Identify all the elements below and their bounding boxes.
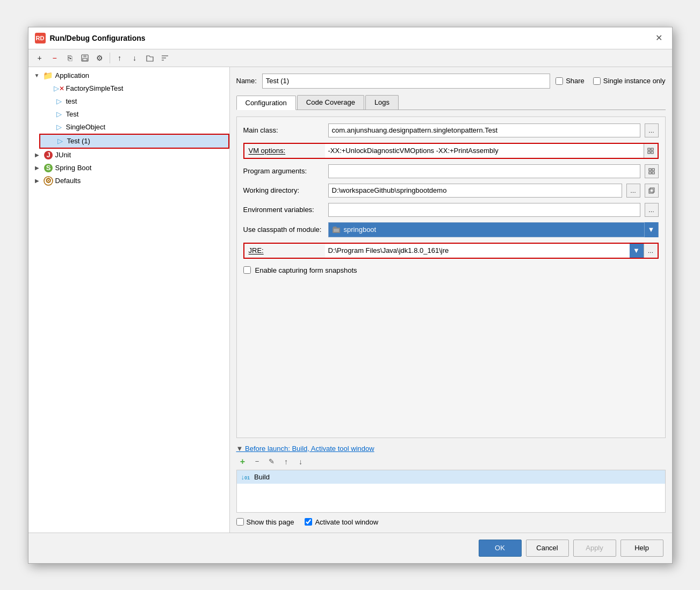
single-instance-label: Single instance only xyxy=(603,77,666,85)
share-checkbox-label: Share xyxy=(555,77,584,85)
close-button[interactable]: ✕ xyxy=(653,32,666,45)
main-class-label: Main class: xyxy=(243,126,324,134)
test-upper-label: Test xyxy=(66,110,225,118)
expand-springboot[interactable]: ▶ xyxy=(33,164,41,172)
main-content: ▼ 📁 Application ▷ ✕ FactorySimpleTest ▷ xyxy=(28,67,672,533)
activate-window-text: Activate tool window xyxy=(315,518,378,526)
tab-configuration[interactable]: Configuration xyxy=(236,96,296,110)
sidebar-item-test-lower[interactable]: ▷ test xyxy=(39,95,229,108)
sidebar-item-factorysimpletest[interactable]: ▷ ✕ FactorySimpleTest xyxy=(39,82,229,95)
env-vars-input[interactable] xyxy=(328,203,640,217)
name-row: Name: Share Single instance only xyxy=(236,74,666,89)
tab-logs[interactable]: Logs xyxy=(365,95,399,110)
jre-browse-button[interactable]: … xyxy=(644,244,658,258)
launch-toolbar: + − ✎ ↑ ↓ xyxy=(236,456,666,468)
jre-select-wrapper: ▼ xyxy=(325,244,644,258)
launch-add-button[interactable]: + xyxy=(236,456,249,468)
svg-text:⚙: ⚙ xyxy=(45,177,52,185)
folder-button[interactable] xyxy=(143,52,157,64)
settings-button[interactable]: ⚙ xyxy=(93,52,107,64)
main-class-input[interactable] xyxy=(328,123,640,137)
copy-button[interactable]: ⎘ xyxy=(63,52,77,64)
factorysimpletest-icon: ▷ ✕ xyxy=(54,84,64,93)
ok-button[interactable]: OK xyxy=(479,540,522,557)
single-instance-checkbox-label: Single instance only xyxy=(593,77,666,85)
singleobject-icon: ▷ xyxy=(54,122,64,132)
working-dir-label: Working directory: xyxy=(243,186,324,194)
classpath-row: Use classpath of module: springboot ▼ xyxy=(243,222,659,237)
name-input[interactable] xyxy=(262,74,550,89)
vm-options-row: VM options: xyxy=(243,143,659,159)
jre-input[interactable] xyxy=(325,244,630,258)
enable-snapshots-label: Enable capturing form snapshots xyxy=(255,266,357,274)
main-class-row: Main class: … xyxy=(243,123,659,137)
activate-window-checkbox[interactable] xyxy=(305,518,312,526)
help-button[interactable]: Help xyxy=(620,540,663,557)
program-args-expand-button[interactable] xyxy=(645,164,659,178)
vm-options-expand-button[interactable] xyxy=(644,144,658,158)
expand-application[interactable]: ▼ xyxy=(33,71,41,80)
apply-button[interactable]: Apply xyxy=(573,540,616,557)
sidebar-item-defaults[interactable]: ▶ ⚙ Defaults xyxy=(28,174,229,187)
svg-rect-2 xyxy=(83,59,87,61)
vm-options-label: VM options: xyxy=(244,144,325,157)
expand-junit[interactable]: ▶ xyxy=(33,151,41,159)
sort-button[interactable] xyxy=(158,52,172,64)
jre-dropdown-button[interactable]: ▼ xyxy=(630,244,644,258)
move-down-button[interactable]: ↓ xyxy=(128,52,142,64)
test-upper-icon: ▷ xyxy=(54,110,64,119)
junit-label: JUnit xyxy=(55,151,225,159)
build-icon: ↓01 xyxy=(241,473,250,481)
svg-text:J: J xyxy=(46,151,50,159)
sidebar-item-application[interactable]: ▼ 📁 Application xyxy=(28,69,229,82)
tab-code-coverage[interactable]: Code Coverage xyxy=(297,95,364,110)
application-icon: 📁 xyxy=(44,71,53,81)
share-checkbox[interactable] xyxy=(555,77,563,85)
jre-row: JRE: ▼ … xyxy=(243,243,659,259)
expand-defaults[interactable]: ▶ xyxy=(33,177,41,185)
application-label: Application xyxy=(55,71,225,79)
config-section: Main class: … VM options: Program argume… xyxy=(236,116,666,438)
show-page-checkbox[interactable] xyxy=(236,518,244,526)
move-up-button[interactable]: ↑ xyxy=(113,52,127,64)
name-label: Name: xyxy=(236,77,257,85)
svg-rect-15 xyxy=(334,229,339,232)
sidebar-item-singleobject[interactable]: ▷ SingleObject xyxy=(39,121,229,134)
classpath-value: springboot xyxy=(344,225,377,234)
working-dir-browse-button[interactable]: … xyxy=(626,184,640,198)
add-button[interactable]: + xyxy=(33,52,47,64)
program-args-input[interactable] xyxy=(328,164,640,178)
launch-edit-button[interactable]: ✎ xyxy=(265,456,278,468)
main-class-browse-button[interactable]: … xyxy=(645,123,659,137)
sidebar-item-test-upper[interactable]: ▷ Test xyxy=(39,108,229,121)
program-args-row: Program arguments: xyxy=(243,164,659,178)
env-vars-row: Environment variables: … xyxy=(243,203,659,217)
save-button[interactable] xyxy=(78,52,92,64)
before-launch-section: ▼ Before launch: Build, Activate tool wi… xyxy=(236,445,666,526)
vm-options-input[interactable] xyxy=(325,144,644,158)
build-label: Build xyxy=(254,473,270,481)
expand-placeholder-1 xyxy=(44,84,52,93)
launch-down-button[interactable]: ↓ xyxy=(294,456,307,468)
working-dir-input[interactable] xyxy=(328,184,622,198)
springboot-icon: S xyxy=(44,163,53,173)
remove-button[interactable]: − xyxy=(48,52,62,64)
test-lower-icon: ▷ xyxy=(54,97,64,106)
sidebar-item-test1[interactable]: ▷ Test (1) xyxy=(39,134,229,149)
launch-remove-button[interactable]: − xyxy=(251,456,264,468)
main-panel: Name: Share Single instance only Configu… xyxy=(230,67,672,533)
env-vars-label: Environment variables: xyxy=(243,206,324,214)
working-dir-copy-button[interactable] xyxy=(645,184,659,198)
sidebar-item-junit[interactable]: ▶ J JUnit xyxy=(28,149,229,162)
cancel-button[interactable]: Cancel xyxy=(526,540,569,557)
svg-rect-12 xyxy=(649,189,653,193)
test-lower-label: test xyxy=(66,97,225,105)
sidebar-item-springboot[interactable]: ▶ S Spring Boot xyxy=(28,162,229,174)
junit-icon: J xyxy=(44,150,53,160)
single-instance-checkbox[interactable] xyxy=(593,77,601,85)
singleobject-label: SingleObject xyxy=(66,123,225,131)
launch-up-button[interactable]: ↑ xyxy=(280,456,293,468)
env-vars-browse-button[interactable]: … xyxy=(645,203,659,217)
classpath-dropdown-button[interactable]: ▼ xyxy=(644,222,658,237)
enable-snapshots-checkbox[interactable] xyxy=(243,266,251,274)
